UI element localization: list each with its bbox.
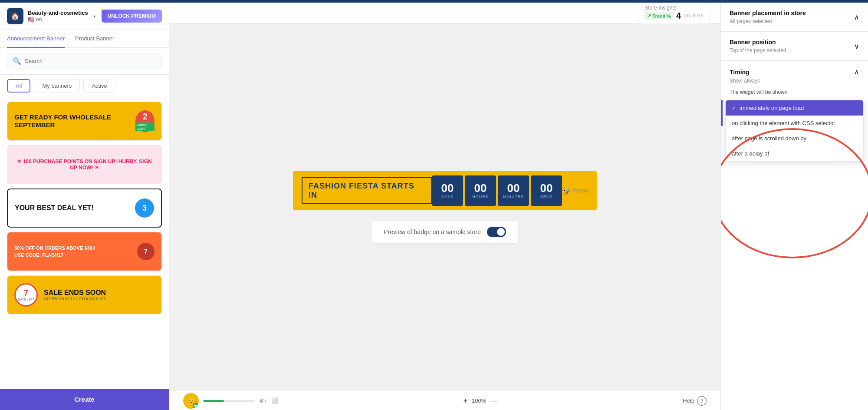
zoom-controls: + 100% — <box>464 397 498 405</box>
timing-section: Timing ∧ Show always The widget will be … <box>721 61 868 106</box>
trend-arrow-icon: ↗ <box>647 13 651 19</box>
countdown-blocks: 00 DAYS 00 HOURS 00 MINUTES 00 SECS <box>432 175 562 206</box>
search-input-wrap: 🔍 <box>7 53 162 69</box>
plus-icon[interactable]: + <box>464 397 467 405</box>
banner-badge: 2 DAYS LEFT <box>135 110 155 132</box>
search-input[interactable] <box>25 58 156 64</box>
preview-badge-row: Preview of badge on a sample store <box>372 221 518 243</box>
avatar[interactable]: 😊 ▶ <box>183 393 199 409</box>
mason-logo: 🐝 mason <box>562 187 588 195</box>
page-indicator: 4/7 <box>260 398 267 404</box>
store-insights-card: Store Insights ↗ Trend % 4 ORDERS <box>638 3 710 24</box>
list-item[interactable]: GET READY FOR WHOLESALE SEPTEMBER 2 DAYS… <box>7 102 162 141</box>
timing-subtitle: Show always <box>730 78 859 84</box>
preview-toggle[interactable] <box>487 227 506 237</box>
timing-title: Timing <box>730 69 750 76</box>
progress-bar-wrap <box>203 400 255 402</box>
bottom-bar: 😊 ▶ 4/7 ⬜ + 100% — Help ? <box>169 391 720 410</box>
widget-shown-label: The widget will be shown <box>730 89 859 95</box>
dropdown-item-scroll[interactable]: after page is scrolled down by <box>726 131 863 146</box>
dropdown-item-css-selector[interactable]: on clicking the element with CSS selecto… <box>726 116 863 131</box>
store-name-block: Beauty-and-cosmetics 🇺🇸 en <box>28 10 88 23</box>
list-item[interactable]: 50% OFF ON ORDERS ABOVE $300 USE CODE: F… <box>7 232 162 271</box>
fashion-banner-text: FASHION FIESTA STARTS IN <box>302 177 432 204</box>
countdown-circle: 7 DAYS LEFT <box>14 283 38 307</box>
banner-text: 50% OFF ON ORDERS ABOVE $300 <box>14 245 95 251</box>
progress-bar <box>203 400 255 402</box>
trend-badge: ↗ Trend % <box>644 12 674 20</box>
countdown-hours: 00 HOURS <box>465 175 496 206</box>
search-bar: 🔍 <box>0 48 169 75</box>
banner-position-sub: Top of the page selected <box>730 47 786 53</box>
tab-announcement-banner[interactable]: Announcement Banner <box>7 30 65 48</box>
preview-badge-label: Preview of badge on a sample store <box>384 228 480 235</box>
banner-position-section: Banner position Top of the page selected… <box>721 32 868 61</box>
main-top-bar: Store Insights ↗ Trend % 4 ORDERS <box>169 3 720 23</box>
check-icon: ✓ <box>732 105 736 111</box>
orders-count: 4 <box>676 11 681 21</box>
help-button[interactable]: Help ? <box>683 396 707 406</box>
chevron-up-icon: ∧ <box>854 13 859 21</box>
chevron-down2-icon: ∨ <box>854 42 859 50</box>
filter-active-button[interactable]: Active <box>83 79 115 93</box>
sidebar: 🏠 Beauty-and-cosmetics 🇺🇸 en ▾ UNLOCK PR… <box>0 3 169 410</box>
store-info[interactable]: 🏠 Beauty-and-cosmetics 🇺🇸 en ▾ <box>7 8 95 24</box>
banner-text: ✶ 100 PURCHASE POINTS ON SIGN UP! HURRY,… <box>14 159 155 171</box>
banner-tabs: Announcement Banner Product Banner <box>0 30 169 48</box>
flag-icon: 🇺🇸 <box>28 17 34 23</box>
insights-label: Store Insights <box>644 5 704 11</box>
banner-placement-title: Banner placement in store <box>730 10 806 17</box>
store-name: Beauty-and-cosmetics <box>28 10 88 17</box>
banner-code-text: USE CODE: FLASH17 <box>14 252 95 258</box>
banner-placement-sub: All pages selected <box>730 18 806 24</box>
filter-buttons: All My banners Active <box>0 75 169 97</box>
toggle-knob <box>497 228 505 236</box>
list-item[interactable]: 7 DAYS LEFT SALE ENDS SOON OFFER VALID T… <box>7 275 162 314</box>
list-item[interactable]: YOUR BEST DEAL YET! 3 <box>7 188 162 228</box>
list-item[interactable]: ✶ 100 PURCHASE POINTS ON SIGN UP! HURRY,… <box>7 145 162 184</box>
store-icon: 🏠 <box>7 8 23 24</box>
timing-header[interactable]: Timing ∧ <box>730 68 859 76</box>
banner-text: GET READY FOR WHOLESALE SEPTEMBER <box>14 113 135 129</box>
chevron-up2-icon: ∧ <box>854 68 859 76</box>
fashion-banner-preview: FASHION FIESTA STARTS IN 00 DAYS 00 HOUR… <box>293 171 597 210</box>
deal-badge: 3 <box>135 198 154 218</box>
help-circle-icon: ? <box>697 396 707 406</box>
main-content: Store Insights ↗ Trend % 4 ORDERS FASHIO… <box>169 3 720 410</box>
preview-area: FASHION FIESTA STARTS IN 00 DAYS 00 HOUR… <box>169 23 720 391</box>
left-blue-bar <box>721 100 723 126</box>
banner-position-header[interactable]: Banner position Top of the page selected… <box>730 39 859 53</box>
banner-placement-section: Banner placement in store All pages sele… <box>721 3 868 32</box>
zoom-level: 100% <box>472 397 486 404</box>
banner-list: GET READY FOR WHOLESALE SEPTEMBER 2 DAYS… <box>0 97 169 389</box>
flash-badge: 7 <box>137 243 155 260</box>
sale-text: SALE ENDS SOON OFFER VALID TILL STOCKS L… <box>44 289 106 301</box>
progress-fill <box>203 400 224 402</box>
banner-position-title: Banner position <box>730 39 786 46</box>
countdown-seconds: 00 SECS <box>531 175 562 206</box>
search-icon: 🔍 <box>13 57 21 65</box>
play-icon: ▶ <box>193 403 199 409</box>
create-button[interactable]: Create <box>0 389 169 410</box>
right-panel: Banner placement in store All pages sele… <box>720 3 868 410</box>
unlock-premium-button[interactable]: UNLOCK PREMIUM <box>102 10 162 23</box>
store-lang: 🇺🇸 en <box>28 17 88 23</box>
banner-placement-header[interactable]: Banner placement in store All pages sele… <box>730 10 859 24</box>
banner-text: YOUR BEST DEAL YET! <box>15 204 94 212</box>
chevron-down-icon: ▾ <box>93 14 95 19</box>
filter-all-button[interactable]: All <box>7 79 30 93</box>
countdown-minutes: 00 MINUTES <box>498 175 529 206</box>
orders-label: ORDERS <box>684 13 704 18</box>
dropdown-item-immediate[interactable]: ✓ immediately on page load <box>726 100 863 116</box>
sidebar-header: 🏠 Beauty-and-cosmetics 🇺🇸 en ▾ UNLOCK PR… <box>0 3 169 30</box>
filter-my-banners-button[interactable]: My banners <box>34 79 80 93</box>
countdown-days: 00 DAYS <box>432 175 463 206</box>
minus-icon[interactable]: — <box>490 397 497 405</box>
dropdown-item-delay[interactable]: after a delay of <box>726 146 863 161</box>
timing-dropdown: ✓ immediately on page load on clicking t… <box>725 100 864 162</box>
tab-product-banner[interactable]: Product Banner <box>75 30 114 48</box>
page-frame-icon: ⬜ <box>271 397 278 404</box>
